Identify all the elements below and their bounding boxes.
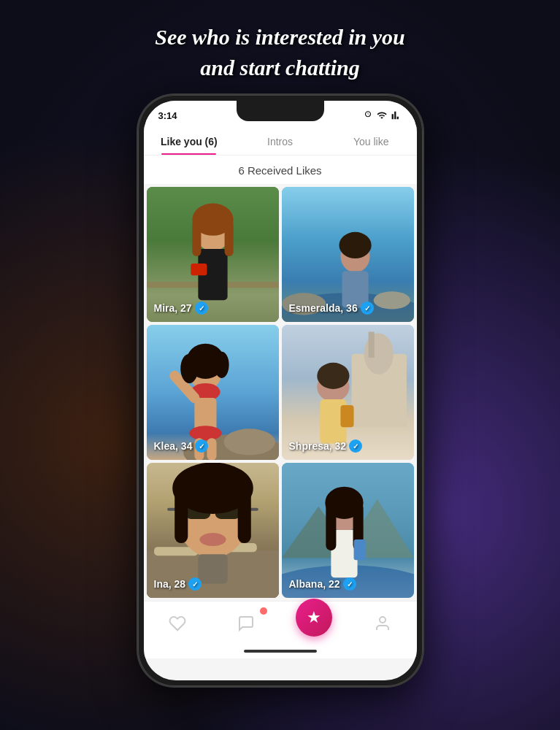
svg-rect-7 <box>191 264 207 275</box>
svg-point-17 <box>223 429 275 455</box>
nav-heart[interactable] <box>159 609 196 638</box>
profile-card-albana[interactable]: Albana, 22 <box>282 463 414 598</box>
tab-you-like[interactable]: You like <box>326 127 417 155</box>
svg-point-21 <box>189 426 221 440</box>
mira-verified <box>195 301 208 315</box>
esmeralda-verified <box>361 301 374 315</box>
heart-icon <box>169 615 186 632</box>
klea-verified <box>195 439 208 453</box>
phone-outer-frame: 3:14 <box>138 95 423 686</box>
ina-label: Ina, 28 <box>154 577 202 591</box>
received-likes-header: 6 Received Likes <box>144 155 417 184</box>
svg-point-35 <box>317 363 349 389</box>
profiles-grid: Mira, 27 <box>144 184 417 601</box>
svg-point-30 <box>364 334 393 374</box>
svg-rect-31 <box>368 332 374 358</box>
bottom-nav <box>144 601 417 644</box>
wifi-icon <box>376 110 388 120</box>
albana-verified <box>343 577 356 591</box>
profile-card-esmeralda[interactable]: Esmeralda, 36 <box>282 187 414 322</box>
headline: See who is interested in you and start c… <box>0 22 560 83</box>
nav-messages[interactable] <box>228 609 264 638</box>
nav-profile[interactable] <box>364 609 401 638</box>
status-time: 3:14 <box>158 110 177 121</box>
star-button[interactable] <box>296 599 332 637</box>
status-icons <box>363 110 402 120</box>
alarm-icon <box>363 110 373 120</box>
svg-rect-34 <box>340 405 353 427</box>
svg-point-14 <box>339 232 371 258</box>
tab-intros[interactable]: Intros <box>234 127 326 155</box>
mira-label: Mira, 27 <box>154 301 208 315</box>
esmeralda-label: Esmeralda, 36 <box>289 301 374 315</box>
home-bar <box>244 650 317 653</box>
headline-line1: See who is interested in you <box>0 22 560 53</box>
albana-label: Albana, 22 <box>289 577 356 591</box>
svg-rect-5 <box>192 220 201 256</box>
ina-verified <box>188 577 202 591</box>
svg-rect-60 <box>353 539 365 560</box>
profile-card-klea[interactable]: Klea, 34 <box>147 325 279 460</box>
svg-rect-48 <box>237 485 250 543</box>
message-badge <box>260 607 267 615</box>
phone-notch <box>237 101 324 121</box>
signal-icon <box>391 110 402 120</box>
svg-point-11 <box>373 291 410 309</box>
content-area: 6 Received Likes <box>144 155 417 601</box>
svg-point-26 <box>180 354 198 383</box>
profile-card-ina[interactable]: Ina, 28 <box>147 463 279 598</box>
message-icon <box>237 615 255 632</box>
tab-like-you[interactable]: Like you (6) <box>144 127 235 155</box>
svg-point-49 <box>199 533 226 546</box>
headline-line2: and start chatting <box>0 53 560 83</box>
svg-rect-50 <box>198 554 227 583</box>
home-indicator <box>144 644 417 658</box>
shpresa-label: Shpresa, 32 <box>289 439 363 453</box>
phone-screen: 3:14 <box>144 101 417 680</box>
person-icon <box>374 615 391 632</box>
svg-point-27 <box>214 352 229 378</box>
svg-rect-6 <box>224 220 233 256</box>
phone-device: 3:14 <box>138 95 423 686</box>
svg-rect-58 <box>326 503 336 550</box>
svg-point-61 <box>380 617 386 623</box>
nav-star-discover[interactable] <box>296 609 332 638</box>
profile-card-mira[interactable]: Mira, 27 <box>147 187 279 322</box>
svg-rect-47 <box>174 485 188 543</box>
tabs-bar: Like you (6) Intros You like <box>144 127 417 155</box>
klea-label: Klea, 34 <box>154 439 209 453</box>
profile-card-shpresa[interactable]: Shpresa, 32 <box>282 325 414 460</box>
shpresa-verified <box>349 439 362 453</box>
